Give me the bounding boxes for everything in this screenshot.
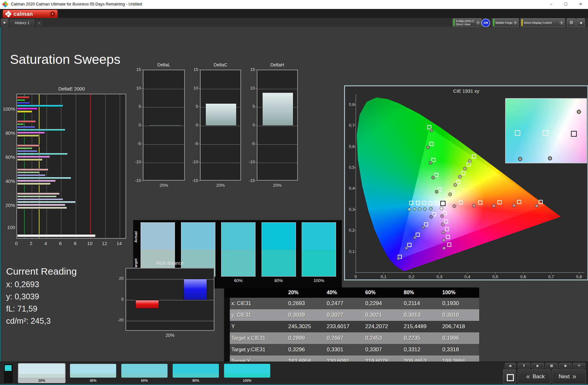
table-row-y[interactable]: Y245,3025233,6017224,2072215,4489206,741…	[224, 321, 479, 332]
calman-logo-text: calman	[13, 11, 33, 17]
calman-diamond-icon	[5, 11, 11, 17]
next-button[interactable]: Next »	[552, 369, 586, 384]
gridline	[201, 89, 241, 89]
table-cell: Y	[230, 321, 287, 332]
measured-marker-blue	[405, 246, 408, 250]
cie-xtick-label: 0,5	[491, 274, 500, 279]
refresh-button[interactable]: ⟳	[573, 363, 585, 368]
table-cell: 0,2899	[287, 332, 325, 344]
tick-mark	[411, 272, 412, 274]
table-cell: y: CIE31	[230, 309, 287, 321]
measured-marker-cyan	[408, 208, 411, 211]
close-button[interactable]: ✕	[573, 0, 588, 9]
deltae-bar-60%-magenta	[17, 156, 50, 158]
grid-button[interactable]: ▦	[545, 363, 558, 368]
upload-button[interactable]: ⬆	[518, 363, 530, 368]
pattern-thumb-60%[interactable]: 60%	[121, 363, 168, 383]
chevron-down-icon[interactable]: ▼	[50, 12, 55, 17]
table-row-target-y-cie31[interactable]: Target y:CIE310,32960,33010,33070,33120,…	[224, 344, 479, 355]
actual-row-label: Actual	[134, 222, 139, 251]
stop-button[interactable]	[503, 369, 516, 384]
pattern-thumb-20%[interactable]: 20%	[18, 363, 65, 383]
eject-button[interactable]: ⏏	[505, 363, 516, 368]
deltae-bar-100%-blue	[17, 102, 30, 105]
pattern-thumb-80%[interactable]: 80%	[172, 363, 220, 383]
meter-dropdown-xrite[interactable]: X-Rite i1Pro 2Direct View ▼	[453, 18, 481, 27]
table-row-y-cie31[interactable]: y: CIE310,30390,30270,30210,30130,3010	[224, 309, 479, 321]
table-cell: 0,3307	[364, 344, 402, 355]
table-cell: 40%	[325, 287, 364, 298]
pattern-thumb-100%[interactable]: 100%	[223, 363, 271, 383]
meter-count-badge[interactable]: 226	[481, 19, 490, 27]
delta-ytick-label: -15	[129, 178, 141, 183]
delta-xtick-label: 20%	[200, 183, 241, 188]
table-cell: 206,7418	[441, 321, 479, 332]
swatch-target-color	[302, 250, 336, 277]
gridline	[201, 163, 241, 163]
target-marker-green	[429, 142, 434, 146]
collapse-panel-button[interactable]: ◀	[576, 18, 585, 27]
table-cell: 0,2477	[325, 298, 364, 309]
window-title: Calman 2020 Calman Ultimate for Business…	[11, 2, 142, 6]
gridline	[105, 94, 106, 239]
inset-measured-marker	[577, 110, 581, 114]
maximize-button[interactable]: ☐	[558, 0, 573, 9]
tab-scroll-button[interactable]: ▶	[1, 19, 8, 26]
rgb-ytick-label: -20	[111, 318, 124, 322]
meter-dropdown-display-control[interactable]: Direct Display Control ▼	[521, 18, 565, 27]
add-tab-button[interactable]: +	[35, 20, 43, 27]
deltae-bar-60%-blue	[17, 150, 38, 153]
target-marker-blue	[407, 243, 411, 247]
back-label: Back	[532, 373, 545, 380]
measured-marker-green	[429, 161, 432, 165]
meter-label: X-Rite i1Pro 2Direct View	[456, 20, 474, 26]
target-marker-red	[539, 200, 543, 204]
tick-mark	[354, 252, 356, 252]
table-row-target-x-cie31[interactable]: Target x:CIE310,28990,26670,24530,22350,…	[224, 332, 479, 344]
delta-ytick-label: -15	[243, 178, 255, 183]
swatch-label: 60%	[221, 278, 255, 283]
target-marker-yellow	[472, 154, 476, 158]
play-button[interactable]: ▶	[532, 363, 544, 368]
deltah-chart-title: DeltaH	[257, 62, 298, 67]
calman-menu-button[interactable]: calman ▼	[3, 10, 58, 18]
gridline	[257, 144, 298, 145]
deltae-bar-80%-red	[17, 120, 36, 123]
tab-history-1[interactable]: History 1	[9, 19, 35, 27]
back-button[interactable]: « Back	[518, 369, 550, 384]
cie-ytick-label: 0,1	[346, 249, 355, 254]
table-row-x-cie31[interactable]: x: CIE310,26930,24770,22940,21140,1930	[224, 298, 479, 309]
settings-gear-button[interactable]: ⚙	[567, 18, 576, 27]
pattern-source-button[interactable]	[3, 363, 13, 384]
page-title: Saturation Sweeps	[10, 52, 120, 67]
meter-dropdown-mobile-forge[interactable]: Mobile Forge ▼	[492, 18, 519, 27]
delta-ytick-label: 0	[243, 123, 255, 127]
rgb-balance-title: RGB Balance	[125, 261, 214, 266]
minimize-button[interactable]: –	[544, 0, 558, 9]
gridline	[143, 89, 185, 89]
deltae2000-chart	[16, 94, 126, 239]
deltae-ytick-label: 80%	[1, 130, 15, 136]
table-cell: 233,6017	[325, 321, 364, 332]
deltae-bar-60%-red	[17, 144, 40, 147]
table-cell: 60%	[364, 287, 402, 298]
eye-button[interactable]: ◉	[559, 363, 572, 368]
measured-marker-red	[512, 204, 516, 207]
target-marker-green	[434, 173, 438, 177]
tick-mark	[439, 272, 440, 274]
chevron-double-right-icon: »	[572, 372, 576, 381]
stop-icon	[507, 374, 514, 381]
target-marker-cyan	[428, 201, 432, 205]
cie-ytick-label: 0,5	[346, 165, 355, 170]
target-marker-green	[431, 158, 436, 162]
table-cell: 224,2072	[364, 321, 402, 332]
pattern-thumb-40%[interactable]: 40%	[69, 363, 117, 383]
chevron-double-left-icon: «	[526, 372, 530, 381]
gridline	[143, 163, 185, 163]
delta-ytick-label: 5	[186, 104, 198, 109]
measured-marker-blue	[421, 226, 425, 229]
target-marker-white	[440, 201, 445, 206]
current-reading-title: Current Reading	[6, 266, 77, 277]
deltae-bar-20%-green	[17, 195, 57, 198]
deltae-xtick-label: 12	[101, 241, 108, 246]
